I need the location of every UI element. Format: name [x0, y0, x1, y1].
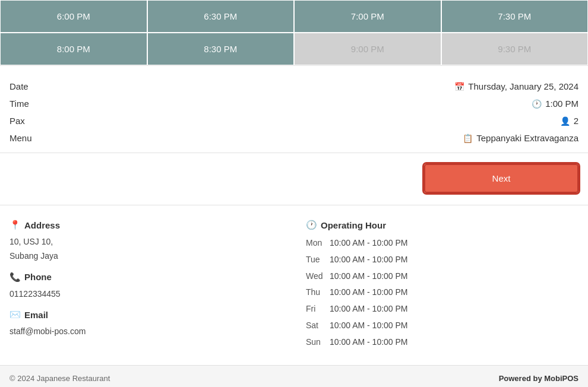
- time-slot[interactable]: 8:30 PM: [147, 33, 295, 65]
- hours-value: 10:00 AM - 10:00 PM: [330, 301, 578, 318]
- time-row: Time 🕐 1:00 PM: [10, 95, 578, 112]
- next-button[interactable]: Next: [424, 164, 578, 193]
- day-label: Sat: [306, 318, 330, 334]
- footer-powered: Powered by MobiPOS: [499, 374, 578, 383]
- operating-row: Sat10:00 AM - 10:00 PM: [306, 318, 578, 334]
- day-label: Wed: [306, 268, 330, 285]
- pax-label: Pax: [10, 116, 25, 126]
- time-slots-grid: 6:00 PM6:30 PM7:00 PM7:30 PM8:00 PM8:30 …: [0, 0, 588, 66]
- phone-value: 01122334455: [10, 287, 282, 302]
- time-slot: 9:30 PM: [441, 33, 589, 65]
- info-section: 📍 Address 10, USJ 10, Subang Jaya 📞 Phon…: [0, 205, 588, 366]
- time-slot[interactable]: 7:30 PM: [441, 0, 589, 33]
- operating-row: Wed10:00 AM - 10:00 PM: [306, 268, 578, 285]
- time-slot[interactable]: 8:00 PM: [0, 33, 147, 65]
- time-slot[interactable]: 6:00 PM: [0, 0, 147, 33]
- hours-value: 10:00 AM - 10:00 PM: [330, 334, 578, 351]
- operating-row: Fri10:00 AM - 10:00 PM: [306, 301, 578, 318]
- address-title: 📍 Address: [10, 220, 282, 230]
- day-label: Fri: [306, 301, 330, 318]
- footer-copyright: © 2024 Japanese Restaurant: [10, 374, 110, 383]
- next-button-row: Next: [0, 153, 588, 205]
- day-label: Thu: [306, 284, 330, 301]
- time-value: 🕐 1:00 PM: [532, 99, 578, 109]
- operating-hours-table: Mon10:00 AM - 10:00 PMTue10:00 AM - 10:0…: [306, 235, 578, 351]
- hours-value: 10:00 AM - 10:00 PM: [330, 252, 578, 268]
- hours-value: 10:00 AM - 10:00 PM: [330, 235, 578, 252]
- day-label: Sun: [306, 334, 330, 351]
- booking-summary: Date 📅 Thursday, January 25, 2024 Time 🕐…: [0, 66, 588, 153]
- date-label: Date: [10, 81, 29, 91]
- pin-icon: 📍: [10, 220, 21, 230]
- date-row: Date 📅 Thursday, January 25, 2024: [10, 78, 578, 95]
- menu-row: Menu 📋 Teppanyaki Extravaganza: [10, 129, 578, 147]
- address-lines: 10, USJ 10, Subang Jaya: [10, 235, 282, 264]
- calendar-icon: 📅: [454, 82, 464, 91]
- hours-value: 10:00 AM - 10:00 PM: [330, 284, 578, 301]
- day-label: Tue: [306, 252, 330, 268]
- pax-row: Pax 👤 2: [10, 112, 578, 129]
- email-title: ✉️ Email: [10, 309, 282, 320]
- time-slot: 9:00 PM: [294, 33, 441, 65]
- time-label: Time: [10, 99, 29, 109]
- hours-value: 10:00 AM - 10:00 PM: [330, 318, 578, 334]
- clock-icon-operating: 🕐: [306, 220, 317, 230]
- email-value: staff@mobi-pos.com: [10, 325, 282, 339]
- footer-brand: MobiPOS: [544, 374, 578, 383]
- time-slot[interactable]: 7:00 PM: [294, 0, 441, 33]
- operating-row: Tue10:00 AM - 10:00 PM: [306, 252, 578, 268]
- operating-block: 🕐 Operating Hour Mon10:00 AM - 10:00 PMT…: [306, 220, 578, 351]
- phone-title: 📞 Phone: [10, 272, 282, 283]
- email-icon: ✉️: [10, 309, 21, 320]
- footer: © 2024 Japanese Restaurant Powered by Mo…: [0, 366, 588, 387]
- menu-icon: 📋: [463, 134, 473, 143]
- time-slot[interactable]: 6:30 PM: [147, 0, 295, 33]
- person-icon: 👤: [560, 116, 570, 126]
- address-block: 📍 Address 10, USJ 10, Subang Jaya 📞 Phon…: [10, 220, 282, 351]
- menu-label: Menu: [10, 133, 32, 143]
- day-label: Mon: [306, 235, 330, 252]
- hours-value: 10:00 AM - 10:00 PM: [330, 268, 578, 285]
- operating-title: 🕐 Operating Hour: [306, 220, 578, 230]
- operating-row: Sun10:00 AM - 10:00 PM: [306, 334, 578, 351]
- pax-value: 👤 2: [560, 116, 578, 126]
- menu-value: 📋 Teppanyaki Extravaganza: [463, 133, 578, 143]
- operating-row: Thu10:00 AM - 10:00 PM: [306, 284, 578, 301]
- operating-row: Mon10:00 AM - 10:00 PM: [306, 235, 578, 252]
- clock-icon: 🕐: [532, 99, 542, 109]
- date-value: 📅 Thursday, January 25, 2024: [454, 81, 578, 91]
- phone-icon: 📞: [10, 272, 21, 283]
